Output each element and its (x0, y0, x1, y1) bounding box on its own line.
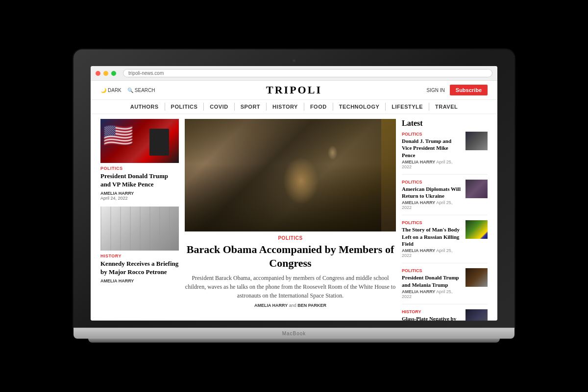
latest-item-text: HISTORY Glass-Plate Negative by the Nati… (402, 309, 462, 321)
browser-chrome: tripoli-news.com (91, 66, 497, 81)
nav-item-sport[interactable]: SPORT (235, 103, 267, 111)
latest-item-image (466, 220, 488, 239)
latest-item-image (466, 132, 488, 150)
top-bar-left: 🌙 DARK 🔍 SEARCH (100, 88, 155, 93)
address-bar[interactable]: tripoli-news.com (123, 69, 492, 77)
latest-item-text: POLITICS Donald J. Trump and Vice Presid… (402, 132, 462, 169)
minimize-icon[interactable] (103, 71, 108, 76)
nav-item-covid[interactable]: COVID (204, 103, 234, 111)
main-article-description: President Barack Obama, accompanied by m… (185, 274, 396, 300)
latest-item-meta: AMELIA HARRY April 25, 2022 (402, 200, 462, 210)
latest-item-image (466, 309, 488, 321)
latest-item-title: American Diplomats Will Return to Ukrain… (402, 185, 462, 200)
article-meta: AMELIA HARRY April 24, 2022 (100, 191, 179, 201)
latest-item-title: The Story of Man's Body Left on a Russia… (402, 226, 462, 247)
main-article-category: POLITICS (185, 235, 396, 241)
category-label: HISTORY (100, 254, 179, 258)
latest-category: POLITICS (402, 180, 462, 184)
latest-item-text: POLITICS The Story of Man's Body Left on… (402, 220, 462, 258)
latest-item-title: President Donald Trump and Melania Trump (402, 274, 462, 288)
laptop-base: MacBook (74, 328, 514, 339)
nav-bar: AUTHORS POLITICS COVID SPORT HISTORY FOO… (91, 100, 497, 114)
latest-item-title: Glass-Plate Negative by the National Pho… (402, 315, 462, 321)
laptop-bottom (88, 339, 500, 343)
article-meta-kennedy: AMELIA HARRY (100, 278, 179, 283)
main-article[interactable]: POLITICS Barack Obama Accompanied by Mem… (185, 231, 396, 312)
latest-heading: Latest (402, 119, 488, 128)
camera-dot (293, 59, 295, 62)
latest-item-image (466, 268, 488, 287)
latest-category: POLITICS (402, 268, 462, 273)
main-content: POLITICS President Donald Trump and VP M… (91, 114, 497, 321)
category-label: POLITICS (100, 166, 179, 171)
left-column: POLITICS President Donald Trump and VP M… (100, 119, 179, 321)
main-article-title: Barack Obama Accompanied by Members of C… (185, 243, 396, 270)
search-toggle[interactable]: 🔍 SEARCH (127, 88, 155, 93)
obama-image (185, 119, 396, 231)
close-icon[interactable] (96, 71, 100, 76)
latest-item[interactable]: POLITICS The Story of Man's Body Left on… (402, 220, 488, 263)
latest-item-text: POLITICS President Donald Trump and Mela… (402, 268, 462, 299)
right-column: Latest POLITICS Donald J. Trump and Vice… (402, 119, 488, 321)
latest-item-text: POLITICS American Diplomats Will Return … (402, 180, 462, 210)
latest-category: POLITICS (402, 132, 462, 137)
maximize-icon[interactable] (111, 71, 116, 76)
signin-link[interactable]: SIGN IN (427, 88, 445, 93)
nav-item-technology[interactable]: TECHNOLOGY (333, 103, 386, 111)
article-card-trump[interactable]: POLITICS President Donald Trump and VP M… (100, 119, 179, 201)
latest-item-meta: AMELIA HARRY April 25, 2022 (402, 248, 462, 258)
latest-item[interactable]: POLITICS President Donald Trump and Mela… (402, 268, 488, 304)
nav-item-food[interactable]: FOOD (304, 103, 333, 111)
subscribe-button[interactable]: Subscribe (450, 85, 488, 95)
laptop-brand: MacBook (282, 331, 306, 336)
top-bar: 🌙 DARK 🔍 SEARCH TRIPOLI SIGN IN Subscrib… (91, 81, 497, 100)
latest-item-meta: AMELIA HARRY April 25, 2022 (402, 289, 462, 299)
nav-item-history[interactable]: HISTORY (267, 103, 304, 111)
article-card-kennedy[interactable]: HISTORY Kennedy Receives a Briefing by M… (100, 207, 179, 283)
latest-item-title: Donald J. Trump and Vice President Mike … (402, 138, 462, 159)
article-title-kennedy: Kennedy Receives a Briefing by Major Roc… (100, 260, 179, 277)
article-title: President Donald Trump and VP Mike Pence (100, 172, 179, 189)
latest-category: POLITICS (402, 220, 462, 225)
website: 🌙 DARK 🔍 SEARCH TRIPOLI SIGN IN Subscrib… (91, 81, 497, 321)
top-bar-right: SIGN IN Subscribe (427, 85, 488, 95)
latest-category: HISTORY (402, 309, 462, 314)
latest-item[interactable]: POLITICS American Diplomats Will Return … (402, 180, 488, 216)
dark-mode-toggle[interactable]: 🌙 DARK (100, 88, 122, 93)
latest-item[interactable]: POLITICS Donald J. Trump and Vice Presid… (402, 132, 488, 175)
nav-item-politics[interactable]: POLITICS (165, 103, 204, 111)
center-column: POLITICS Barack Obama Accompanied by Mem… (185, 119, 396, 321)
latest-item-meta: AMELIA HARRY April 25, 2022 (402, 160, 462, 169)
nav-item-travel[interactable]: TRAVEL (429, 103, 464, 111)
latest-item-image (466, 180, 488, 198)
main-article-author: AMELIA HARRY and BEN PARKER (185, 303, 396, 308)
screen: tripoli-news.com 🌙 DARK 🔍 SEARCH TRIPOLI (91, 66, 497, 321)
site-title: TRIPOLI (266, 84, 322, 96)
kennedy-image (100, 207, 179, 251)
nav-item-lifestyle[interactable]: LIFESTYLE (386, 103, 429, 111)
latest-item[interactable]: HISTORY Glass-Plate Negative by the Nati… (402, 309, 488, 321)
nav-item-authors[interactable]: AUTHORS (124, 103, 165, 111)
trump-image (100, 119, 179, 163)
